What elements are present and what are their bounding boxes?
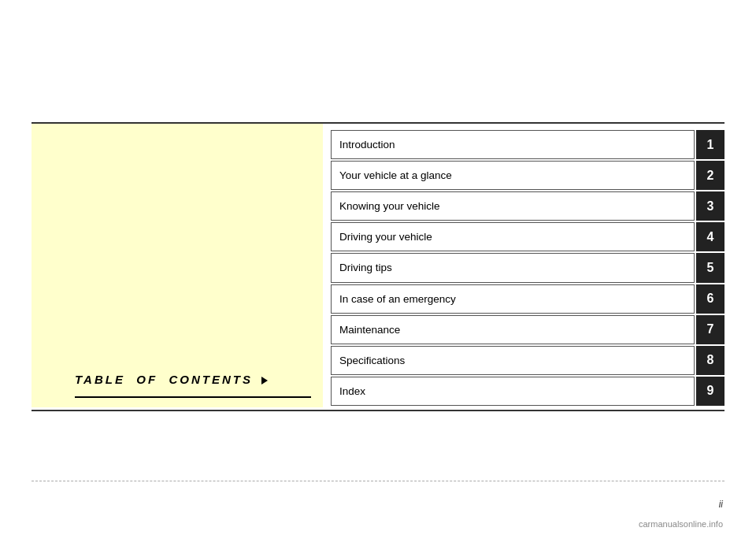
toc-label-8: Specifications — [331, 346, 695, 375]
toc-entries: Introduction1Your vehicle at a glance2Kn… — [331, 124, 724, 407]
dotted-rule — [32, 481, 724, 481]
toc-number-7: 7 — [696, 315, 724, 344]
toc-row[interactable]: Specifications8 — [331, 346, 724, 375]
toc-number-5: 5 — [696, 253, 724, 282]
toc-label-2: Your vehicle at a glance — [331, 161, 695, 190]
toc-row[interactable]: In case of an emergency6 — [331, 284, 724, 314]
toc-row[interactable]: Index9 — [331, 377, 724, 406]
toc-label-5: Driving tips — [331, 253, 695, 282]
toc-title: TABLE OF CONTENTS — [75, 373, 268, 386]
toc-row[interactable]: Maintenance7 — [331, 315, 724, 344]
toc-label-7: Maintenance — [331, 315, 695, 344]
toc-row[interactable]: Driving your vehicle4 — [331, 222, 724, 251]
toc-number-2: 2 — [696, 161, 724, 190]
page-container: TABLE OF CONTENTS Introduction1Your vehi… — [0, 0, 756, 535]
toc-number-6: 6 — [696, 284, 724, 314]
toc-label-4: Driving your vehicle — [331, 222, 695, 251]
toc-underline — [75, 396, 311, 398]
yellow-panel: TABLE OF CONTENTS — [32, 124, 323, 407]
toc-number-3: 3 — [696, 191, 724, 221]
toc-arrow-icon — [261, 377, 268, 385]
toc-row[interactable]: Introduction1 — [331, 130, 724, 159]
toc-number-8: 8 — [696, 346, 724, 375]
toc-number-1: 1 — [696, 130, 724, 159]
toc-label-9: Index — [331, 377, 695, 406]
watermark: carmanualsonline.info — [639, 519, 723, 529]
toc-row[interactable]: Knowing your vehicle3 — [331, 191, 724, 221]
toc-number-9: 9 — [696, 377, 724, 406]
toc-label-1: Introduction — [331, 130, 695, 159]
toc-row[interactable]: Driving tips5 — [331, 253, 724, 282]
toc-label-area: TABLE OF CONTENTS — [75, 373, 311, 401]
bottom-rule — [32, 410, 724, 411]
toc-row[interactable]: Your vehicle at a glance2 — [331, 161, 724, 190]
toc-label-3: Knowing your vehicle — [331, 191, 695, 221]
page-number: ii — [719, 499, 723, 510]
toc-label-6: In case of an emergency — [331, 284, 695, 314]
toc-number-4: 4 — [696, 222, 724, 251]
